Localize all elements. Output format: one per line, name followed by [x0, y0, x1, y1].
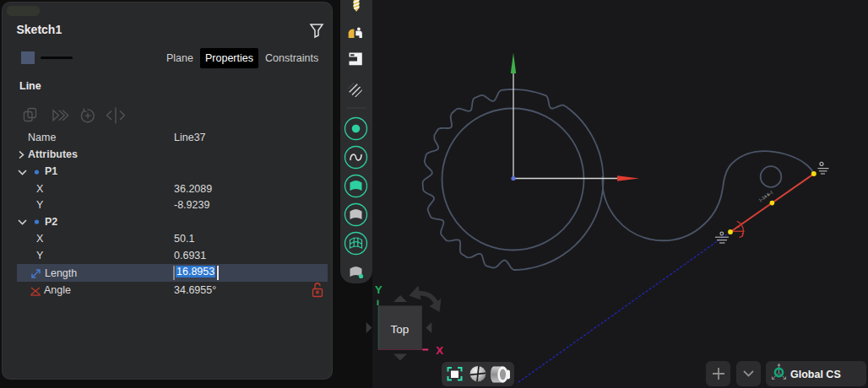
svg-text:X: X	[436, 344, 443, 357]
svg-text:|–14.6–|: |–14.6–|	[758, 190, 773, 202]
svg-text:Top: Top	[391, 323, 410, 336]
svg-text:Y: Y	[375, 283, 382, 296]
svg-text:Global CS: Global CS	[790, 369, 841, 380]
